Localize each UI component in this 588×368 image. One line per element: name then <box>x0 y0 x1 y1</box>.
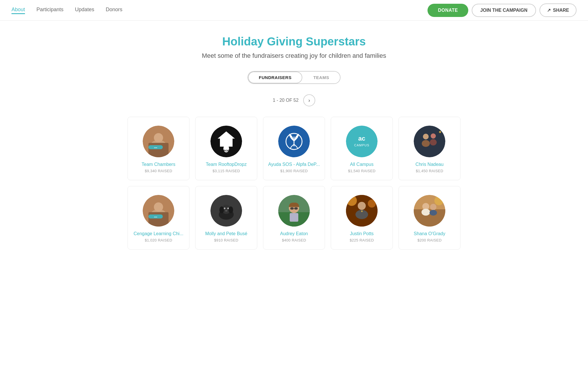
svg-point-34 <box>229 206 233 213</box>
svg-point-50 <box>368 200 376 208</box>
fundraiser-card-10[interactable]: Shana O'Grady $200 RAISED <box>399 186 461 250</box>
svg-rect-46 <box>290 213 298 222</box>
svg-point-2 <box>154 133 163 142</box>
fundraiser-card-4[interactable]: ac CAMPUS All Campus $1,540 RAISED <box>331 117 393 180</box>
share-label: SHARE <box>553 8 569 13</box>
svg-point-60 <box>434 196 444 205</box>
svg-point-21 <box>431 133 436 139</box>
card-name-7: Molly and Pete Busé <box>205 231 247 236</box>
svg-point-38 <box>228 208 229 209</box>
nav-bar: About Participants Updates Donors DONATE… <box>0 0 588 21</box>
card-name-10: Shana O'Grady <box>414 231 445 236</box>
avatar-10 <box>414 195 445 227</box>
svg-text:★: ★ <box>361 210 363 213</box>
pagination-row: 1 - 20 OF 52 › <box>127 94 461 106</box>
donate-button[interactable]: DONATE <box>428 4 468 17</box>
toggle-group: FUNDRAISERS TEAMS <box>247 71 341 84</box>
fundraiser-card-5[interactable]: ✦ Chris Nadeau $1,450 RAISED <box>399 117 461 180</box>
avatar-3 <box>278 126 310 157</box>
svg-point-19 <box>423 134 429 139</box>
card-raised-8: $400 RAISED <box>282 238 306 242</box>
fundraiser-card-6[interactable]: •••• Cengage Learning Chi... $1,020 RAIS… <box>127 186 189 250</box>
card-raised-1: $9,340 RAISED <box>145 169 172 173</box>
svg-rect-3 <box>148 143 169 157</box>
toggle-teams[interactable]: TEAMS <box>302 72 340 83</box>
fundraiser-card-3[interactable]: Ayuda SOS - Alpfa DeP... $1,900 RAISED <box>263 117 325 180</box>
cards-row-2: •••• Cengage Learning Chi... $1,020 RAIS… <box>127 186 461 250</box>
card-raised-10: $200 RAISED <box>417 238 442 242</box>
join-campaign-button[interactable]: JOIN THE CAMPAIGN <box>472 4 536 17</box>
svg-text:••••: •••• <box>154 146 157 149</box>
share-icon: ↗ <box>547 7 551 13</box>
tab-about[interactable]: About <box>11 7 25 14</box>
card-name-2: Team RooftopDropz <box>206 162 247 167</box>
svg-point-39 <box>225 210 227 212</box>
svg-point-26 <box>154 202 163 212</box>
svg-rect-43 <box>290 207 294 210</box>
section-subtitle: Meet some of the fundraisers creating jo… <box>127 52 461 60</box>
share-button[interactable]: ↗ SHARE <box>539 3 577 17</box>
avatar-9: ★ <box>346 195 378 227</box>
card-name-1: Team Chambers <box>142 162 175 167</box>
nav-tabs: About Participants Updates Donors <box>11 7 428 14</box>
pagination-label: 1 - 20 OF 52 <box>273 98 299 103</box>
avatar-6: •••• <box>143 195 174 227</box>
svg-point-51 <box>358 202 366 210</box>
card-raised-7: $910 RAISED <box>214 238 238 242</box>
card-name-4: All Campus <box>350 162 374 167</box>
card-raised-6: $1,020 RAISED <box>145 238 172 242</box>
svg-point-37 <box>225 208 225 209</box>
svg-point-57 <box>421 209 430 216</box>
svg-text:••••: •••• <box>154 216 157 218</box>
tab-participants[interactable]: Participants <box>36 7 63 14</box>
avatar-5: ✦ <box>414 126 445 157</box>
svg-point-22 <box>430 139 437 145</box>
svg-point-20 <box>422 140 430 147</box>
avatar-8 <box>278 195 310 227</box>
avatar-7 <box>210 195 242 227</box>
card-name-9: Justin Potts <box>350 231 374 236</box>
card-raised-4: $1,540 RAISED <box>348 169 376 173</box>
card-name-3: Ayuda SOS - Alpfa DeP... <box>268 162 320 167</box>
cards-row-1: •••• Team Chambers $9,340 RAISED DROPZ T… <box>127 117 461 180</box>
svg-text:CAMPUS: CAMPUS <box>354 143 369 147</box>
card-raised-5: $1,450 RAISED <box>416 169 443 173</box>
tab-donors[interactable]: Donors <box>106 7 122 14</box>
fundraiser-card-2[interactable]: DROPZ Team RooftopDropz $3,115 RAISED <box>195 117 257 180</box>
fundraiser-card-7[interactable]: Molly and Pete Busé $910 RAISED <box>195 186 257 250</box>
svg-text:DROPZ: DROPZ <box>222 149 231 152</box>
svg-point-49 <box>347 195 357 206</box>
fundraiser-card-8[interactable]: Audrey Eaton $400 RAISED <box>263 186 325 250</box>
card-name-8: Audrey Eaton <box>280 231 308 236</box>
avatar-4: ac CAMPUS <box>346 126 378 157</box>
card-name-5: Chris Nadeau <box>415 162 444 167</box>
pagination-next-button[interactable]: › <box>303 94 315 106</box>
svg-rect-44 <box>294 207 298 210</box>
svg-rect-27 <box>148 212 169 227</box>
fundraiser-card-9[interactable]: ★ Justin Potts $225 RAISED <box>331 186 393 250</box>
svg-point-58 <box>430 204 436 210</box>
card-raised-2: $3,115 RAISED <box>212 169 240 173</box>
nav-actions: DONATE JOIN THE CAMPAIGN ↗ SHARE <box>428 3 577 17</box>
svg-point-33 <box>219 206 224 213</box>
card-raised-3: $1,900 RAISED <box>280 169 308 173</box>
svg-text:✦: ✦ <box>438 130 442 135</box>
toggle-fundraisers[interactable]: FUNDRAISERS <box>248 72 303 83</box>
main-content: Holiday Giving Superstars Meet some of t… <box>122 21 466 273</box>
fundraiser-card-1[interactable]: •••• Team Chambers $9,340 RAISED <box>127 117 189 180</box>
tab-updates[interactable]: Updates <box>75 7 94 14</box>
svg-point-59 <box>430 210 437 216</box>
avatar-2: DROPZ <box>210 126 242 157</box>
section-title: Holiday Giving Superstars <box>127 35 461 48</box>
svg-text:ac: ac <box>358 135 365 142</box>
card-name-6: Cengage Learning Chi... <box>134 231 183 236</box>
avatar-1: •••• <box>143 126 174 157</box>
card-raised-9: $225 RAISED <box>350 238 374 242</box>
